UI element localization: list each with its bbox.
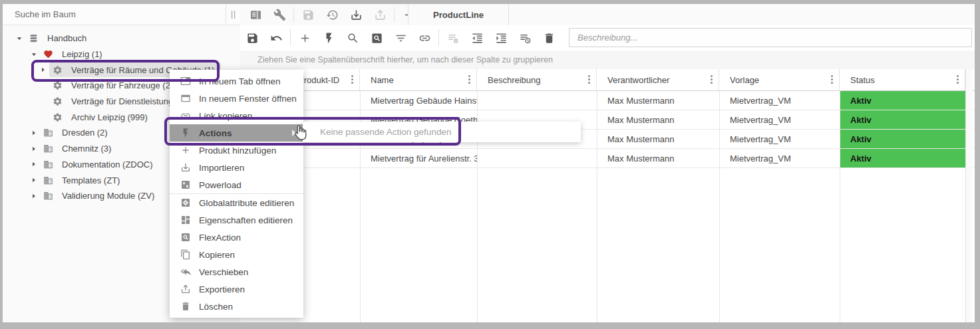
column-menu-icon[interactable] [588,75,590,77]
toolbar-separator [290,29,291,47]
column-header-vorlage[interactable]: Vorlage [719,69,840,90]
main-toolbar: ProductLine [240,4,975,26]
menu-item-label: Löschen [199,302,233,312]
caret-right-icon[interactable] [28,144,40,154]
menu-item-label: Link kopieren [199,111,252,121]
powerload-icon [180,179,191,191]
column-menu-icon[interactable] [957,75,959,77]
list-history-button[interactable] [513,25,537,51]
tree-item-label: Verträge für Dienstleistung [71,96,173,106]
tab-productline[interactable]: ProductLine [408,4,509,25]
tree-item-handbuch[interactable]: Handbuch [3,31,240,47]
unindent-button[interactable] [465,25,489,51]
column-header-name[interactable]: Name [360,69,477,90]
menu-item-löschen[interactable]: Löschen [170,298,303,315]
caret-down-icon[interactable] [13,33,25,44]
caret-right-icon[interactable] [28,191,40,201]
menu-item-label: Kopieren [199,250,235,260]
lightning-button[interactable] [317,25,341,51]
indent-button[interactable] [489,25,513,51]
cell-status: Aktiv [840,110,965,129]
search-box-button[interactable] [365,25,389,51]
tree-item-label: Archiv Leipzig (999) [71,112,148,122]
trash-button[interactable] [537,25,561,51]
column-header-beschreibung[interactable]: Beschreibung [477,69,597,90]
building-icon [43,128,57,138]
list-save-icon [447,32,460,45]
list-save-button [441,25,465,51]
tree-item-label: Templates (ZT) [62,175,120,185]
menu-item-importieren[interactable]: Importieren [170,159,303,176]
menu-item-label: Powerload [199,180,242,190]
column-menu-icon[interactable] [351,75,353,77]
search-button[interactable] [341,25,365,51]
trash-icon [543,32,556,45]
group-by-bar[interactable]: Ziehen Sie eine Spaltenüberschrift hierh… [240,51,975,70]
panel-resize-handle[interactable]: || [227,4,240,24]
column-header-label: Produkt-ID [298,75,339,85]
menu-item-flexaction[interactable]: FlexAction [170,229,303,246]
wrench-icon [273,9,286,21]
tree-item-label: Dresden (2) [62,128,108,138]
lightning-icon [323,32,335,45]
menu-item-eigenschaften-editieren[interactable]: Eigenschaften editieren [170,211,303,229]
save-button[interactable] [240,25,264,51]
menu-item-link-kopieren[interactable]: Link kopieren [170,107,303,124]
product-grid: Produkt-IDNameBeschreibungVerantwortlich… [240,69,975,322]
menu-item-actions[interactable]: Actions [170,124,303,142]
tab-label: ProductLine [433,10,484,20]
scrollbar-track[interactable] [965,69,973,322]
column-header-status[interactable]: Status [840,69,965,90]
column-menu-icon[interactable] [831,75,833,77]
menu-item-in-neuem-tab-öffnen[interactable]: In neuem Tab öffnen [170,72,303,90]
menu-item-label: Actions [199,128,232,138]
menu-item-globalattribute-editieren[interactable]: Globalattribute editieren [170,193,303,211]
menu-item-powerload[interactable]: Powerload [170,176,303,193]
plus-button[interactable] [293,25,317,51]
link-button[interactable] [412,25,436,51]
column-header-label: Vorlage [730,75,759,85]
unindent-icon [471,32,484,45]
cell-verantwortlicher: Max Mustermann [597,130,719,148]
beschreibung-filter-input[interactable] [569,28,972,47]
link-icon [180,110,191,122]
expander-spacer [37,112,49,122]
column-header-label: Name [371,75,394,85]
context-menu: In neuem Tab öffnenIn neuem Fenster öffn… [170,70,303,318]
caret-right-icon[interactable] [28,159,40,169]
menu-item-produkt-hinzufügen[interactable]: Produkt hinzufügen [170,142,303,159]
filter-button[interactable] [389,25,412,51]
column-menu-icon[interactable] [468,75,470,77]
filter-icon [395,32,407,45]
export-icon [180,284,191,295]
link-icon [418,32,431,45]
menu-item-in-neuem-fenster-öffnen[interactable]: In neuem Fenster öffnen [170,90,303,107]
menu-item-label: Eigenschaften editieren [199,215,293,225]
search-icon [347,32,359,45]
column-header-verantwortlicher[interactable]: Verantwortlicher [597,69,719,90]
menu-item-verschieben[interactable]: Verschieben [170,263,303,280]
actions-submenu: Keine passende Action gefunden [303,122,581,142]
table-row[interactable]: Mietvertrag Gebäude Hainstr. 9Max Muster… [240,91,975,110]
download-button[interactable] [344,4,368,25]
column-menu-icon[interactable] [711,75,713,77]
caret-right-icon[interactable] [28,175,40,185]
menu-item-kopieren[interactable]: Kopieren [170,246,303,263]
undo-button[interactable] [264,25,288,51]
tree-item-leipzig-1[interactable]: Leipzig (1) [3,47,240,62]
main-area: ProductLine Ziehen Sie eine Spaltenübers… [240,4,975,322]
wrench-button[interactable] [267,4,291,25]
panel-button[interactable] [244,4,267,25]
tree-search-input[interactable] [3,4,226,24]
caret-down-icon[interactable] [28,49,40,60]
menu-item-exportieren[interactable]: Exportieren [170,280,303,298]
caret-right-icon[interactable] [28,128,40,138]
toolbar-separator [438,29,439,47]
menu-item-label: FlexAction [199,233,241,243]
caret-right-icon[interactable] [37,64,49,75]
history-button[interactable] [320,4,344,25]
cell-name: Mietvertrag Gebäude Hainstr. 9 [360,91,477,110]
menu-item-label: Exportieren [199,284,245,294]
heart-icon [43,49,57,60]
table-row[interactable]: Mietvertrag für Aurelienstr. 3Max Muster… [240,149,975,168]
